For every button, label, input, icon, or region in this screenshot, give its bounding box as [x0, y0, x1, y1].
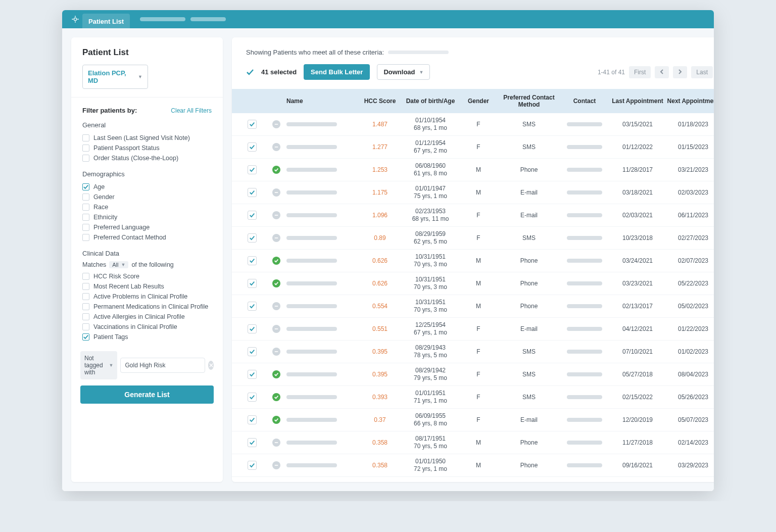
col-contact[interactable]: Contact	[559, 98, 610, 105]
filter-clinical-0[interactable]: HCC Risk Score	[82, 271, 212, 281]
col-name[interactable]: Name	[286, 98, 357, 105]
filter-clinical-1[interactable]: Most Recent Lab Results	[82, 281, 212, 292]
download-button[interactable]: Download▼	[377, 64, 430, 80]
svg-point-0	[74, 18, 76, 20]
checkbox-icon	[82, 323, 89, 330]
clear-filters-link[interactable]: Clear All Filters	[171, 107, 212, 114]
filter-demographics-5[interactable]: Preferred Contact Method	[82, 232, 212, 243]
patient-name-placeholder	[286, 259, 337, 263]
filter-clinical-6[interactable]: Patient Tags	[82, 332, 212, 342]
contact-placeholder	[567, 259, 602, 263]
main-panel: Showing Patients who meet all of these c…	[232, 37, 714, 482]
next-appointment: 02/27/2023	[665, 234, 714, 241]
checkbox-icon	[82, 313, 89, 320]
table-row[interactable]: 0.626 10/31/195170 yrs, 3 mo M Phone 03/…	[232, 250, 714, 272]
filter-clinical-5[interactable]: Vaccinations in Clinical Profile	[82, 322, 212, 332]
filter-clinical-4[interactable]: Active Allergies in Clinical Profile	[82, 312, 212, 322]
gender: M	[458, 280, 499, 287]
dob-age: 10/31/195170 yrs, 3 mo	[403, 299, 458, 314]
row-checkbox[interactable]	[248, 324, 257, 333]
table-row[interactable]: 0.554 10/31/195170 yrs, 3 mo M Phone 02/…	[232, 295, 714, 318]
dob-age: 06/08/196061 yrs, 8 mo	[403, 162, 458, 177]
select-all-checkbox[interactable]	[246, 68, 254, 76]
filter-demographics-3[interactable]: Ethnicity	[82, 212, 212, 222]
col-contact-method[interactable]: Preferred Contact Method	[499, 94, 559, 108]
row-checkbox[interactable]	[248, 120, 257, 129]
caret-down-icon: ▼	[138, 74, 142, 79]
row-checkbox[interactable]	[248, 188, 257, 197]
col-last-appt[interactable]: Last Appointment	[610, 98, 665, 105]
table-row[interactable]: 0.89 08/29/195962 yrs, 5 mo F SMS 10/23/…	[232, 227, 714, 250]
checkbox-icon	[82, 204, 89, 211]
table-row[interactable]: 0.358 08/17/195170 yrs, 5 mo M Phone 11/…	[232, 431, 714, 454]
checkbox-icon	[82, 134, 89, 141]
last-appointment: 03/18/2021	[610, 189, 665, 196]
generate-list-button[interactable]: Generate List	[80, 385, 214, 404]
row-checkbox[interactable]	[248, 211, 257, 220]
tag-operator-select[interactable]: Not tagged with▼	[80, 351, 117, 379]
col-next-appt[interactable]: Next Appointment	[665, 98, 714, 105]
tab-patient-list[interactable]: Patient List	[82, 14, 130, 29]
pcp-dropdown[interactable]: Elation PCP, MD ▼	[82, 65, 148, 89]
row-checkbox[interactable]	[248, 302, 257, 311]
row-checkbox[interactable]	[248, 393, 257, 402]
filter-clinical-2[interactable]: Active Problems in Clinical Profile	[82, 292, 212, 302]
filter-demographics-1[interactable]: Gender	[82, 192, 212, 202]
col-dob[interactable]: Date of birth/Age	[403, 98, 458, 105]
status-indicator-icon	[272, 416, 280, 424]
contact-method: E-mail	[499, 325, 559, 332]
table-row[interactable]: 0.358 01/01/195072 yrs, 1 mo M Phone 09/…	[232, 454, 714, 477]
pager-first[interactable]: First	[629, 66, 651, 78]
table-row[interactable]: 1.253 06/08/196061 yrs, 8 mo M Phone 11/…	[232, 159, 714, 181]
pager-next[interactable]	[673, 66, 687, 78]
row-checkbox[interactable]	[248, 165, 257, 174]
gender: F	[458, 416, 499, 423]
row-checkbox[interactable]	[248, 347, 257, 356]
status-indicator-icon	[272, 166, 280, 174]
send-bulk-letter-button[interactable]: Send Bulk Letter	[304, 64, 370, 80]
filter-demographics-4[interactable]: Preferred Language	[82, 222, 212, 232]
table-row[interactable]: 1.175 01/01/194775 yrs, 1 mo M E-mail 03…	[232, 181, 714, 204]
matches-select[interactable]: All ▼	[109, 261, 128, 268]
table-row[interactable]: 0.37 06/09/195566 yrs, 8 mo F E-mail 12/…	[232, 409, 714, 431]
table-row[interactable]: 1.096 02/23/195368 yrs, 11 mo F E-mail 0…	[232, 204, 714, 227]
filter-general-2[interactable]: Order Status (Close-the-Loop)	[82, 153, 212, 163]
pager-prev[interactable]	[655, 66, 669, 78]
group-demographics-title: Demographics	[82, 170, 212, 178]
row-checkbox[interactable]	[248, 142, 257, 152]
row-checkbox[interactable]	[248, 461, 257, 470]
gender: M	[458, 303, 499, 310]
row-checkbox[interactable]	[248, 256, 257, 265]
row-checkbox[interactable]	[248, 438, 257, 447]
table-row[interactable]: 1.277 01/12/195467 yrs, 2 mo F SMS 01/12…	[232, 136, 714, 159]
dob-age: 10/31/195170 yrs, 3 mo	[403, 253, 458, 268]
filter-label: Permanent Medications in Clinical Profil…	[93, 303, 208, 310]
contact-method: SMS	[499, 394, 559, 401]
last-appointment: 03/15/2021	[610, 121, 665, 128]
contact-placeholder	[567, 418, 602, 422]
pager-last[interactable]: Last	[691, 66, 713, 78]
checkbox-icon	[82, 155, 89, 162]
filter-demographics-0[interactable]: Age	[82, 182, 212, 192]
col-hcc[interactable]: HCC Score	[357, 98, 403, 105]
table-row[interactable]: 0.395 08/29/194378 yrs, 5 mo F SMS 07/10…	[232, 341, 714, 363]
table-row[interactable]: 1.487 01/10/195468 yrs, 1 mo F SMS 03/15…	[232, 113, 714, 136]
table-row[interactable]: 0.395 08/29/194279 yrs, 5 mo F SMS 05/27…	[232, 363, 714, 386]
filter-clinical-3[interactable]: Permanent Medications in Clinical Profil…	[82, 302, 212, 312]
row-checkbox[interactable]	[248, 233, 257, 243]
table-row[interactable]: 0.393 01/01/195171 yrs, 1 mo F SMS 02/15…	[232, 386, 714, 409]
row-checkbox[interactable]	[248, 415, 257, 424]
filter-general-1[interactable]: Patient Passport Status	[82, 143, 212, 153]
filter-demographics-2[interactable]: Race	[82, 202, 212, 212]
last-appointment: 11/28/2017	[610, 166, 665, 173]
table-row[interactable]: 0.551 12/25/195467 yrs, 1 mo F E-mail 04…	[232, 318, 714, 341]
tag-clear-button[interactable]	[208, 361, 214, 370]
patient-name-placeholder	[286, 145, 337, 149]
table-row[interactable]: 0.626 10/31/195170 yrs, 3 mo M Phone 03/…	[232, 272, 714, 295]
dob-age: 02/23/195368 yrs, 11 mo	[403, 208, 458, 223]
filter-general-0[interactable]: Last Seen (Last Signed Visit Note)	[82, 133, 212, 143]
tag-value-input[interactable]	[120, 358, 205, 373]
row-checkbox[interactable]	[248, 279, 257, 288]
row-checkbox[interactable]	[248, 370, 257, 379]
col-gender[interactable]: Gender	[458, 98, 499, 105]
